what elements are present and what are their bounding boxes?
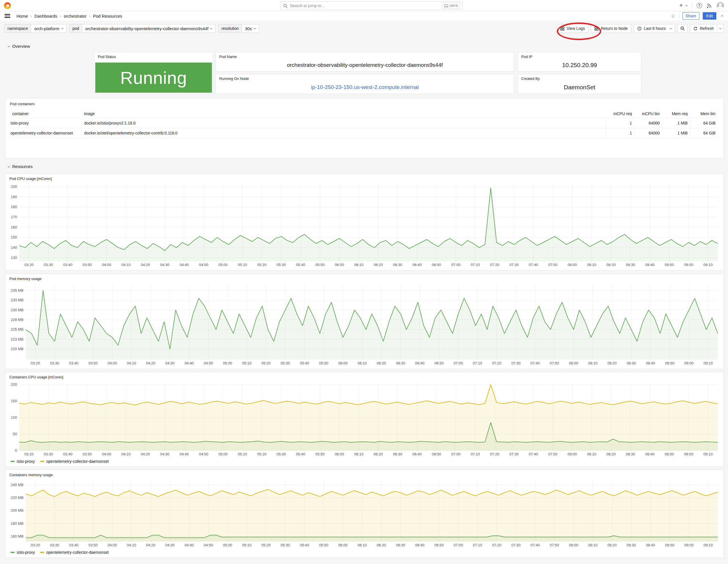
chart-legend: istio-proxyopentelemetry-collector-daemo… [9, 458, 719, 465]
svg-text:07:40: 07:40 [529, 452, 538, 456]
refresh-interval-dropdown[interactable] [717, 24, 724, 33]
svg-text:05:10: 05:10 [238, 263, 247, 267]
svg-text:06:40: 06:40 [415, 361, 425, 365]
user-avatar[interactable] [717, 2, 724, 9]
svg-text:04:00: 04:00 [108, 361, 117, 365]
breadcrumb-item-pod-resources[interactable]: Pod Resources [93, 14, 122, 18]
svg-text:08:10: 08:10 [587, 452, 596, 456]
svg-text:08:30: 08:30 [626, 263, 635, 267]
variable-value-dropdown[interactable]: orchestrator-observability-opentelemetry… [82, 24, 216, 33]
breadcrumb-item-home[interactable]: Home [16, 14, 28, 18]
svg-text:06:50: 06:50 [435, 361, 444, 365]
svg-text:200: 200 [11, 185, 17, 189]
svg-text:03:20: 03:20 [31, 543, 40, 547]
svg-text:05:10: 05:10 [242, 361, 252, 365]
svg-text:07:40: 07:40 [529, 263, 538, 267]
legend-item-opentelemetry-collector-daemonset[interactable]: opentelemetry-collector-daemonset [40, 459, 109, 464]
grafana-logo-icon[interactable] [4, 2, 11, 9]
svg-text:08:00: 08:00 [569, 543, 578, 547]
svg-text:07:00: 07:00 [451, 263, 461, 267]
svg-text:04:30: 04:30 [165, 361, 175, 365]
share-button[interactable]: Share [683, 12, 699, 20]
zoom-out-button[interactable] [678, 24, 687, 33]
edit-button[interactable]: Edit [703, 12, 716, 20]
svg-text:06:00: 06:00 [338, 543, 348, 547]
svg-text:04:30: 04:30 [165, 543, 175, 547]
svg-text:06:10: 06:10 [357, 543, 367, 547]
section-overview[interactable]: Overview [8, 44, 30, 49]
svg-text:07:40: 07:40 [531, 361, 540, 365]
column-header[interactable]: Mem lim [690, 110, 718, 118]
svg-text:07:20: 07:20 [492, 361, 501, 365]
node-link[interactable]: ip-10-250-23-150.us-west-2.compute.inter… [311, 84, 419, 90]
svg-text:06:50: 06:50 [432, 452, 441, 456]
search-input[interactable] [290, 3, 440, 8]
svg-text:07:00: 07:00 [451, 452, 461, 456]
legend-item-istio-proxy[interactable]: istio-proxy [11, 459, 35, 464]
column-header[interactable]: mCPU lim [634, 110, 662, 118]
svg-text:03:40: 03:40 [63, 452, 73, 456]
svg-text:05:30: 05:30 [277, 263, 286, 267]
news-rss-icon[interactable] [707, 3, 712, 8]
dashboard-toolbar: namespaceorch-platformpodorchestrator-ob… [0, 20, 728, 36]
column-header[interactable]: image [82, 110, 606, 118]
collapse-topbar-icon[interactable] [721, 15, 723, 18]
svg-text:08:50: 08:50 [665, 452, 674, 456]
refresh-button[interactable]: Refresh [690, 24, 717, 33]
legend-item-opentelemetry-collector-daemonset[interactable]: opentelemetry-collector-daemonset [40, 550, 109, 555]
breadcrumb-item-dashboards[interactable]: Dashboards [34, 14, 57, 18]
breadcrumb-item-orchestrator[interactable]: orchestrator [64, 14, 86, 18]
svg-text:04:20: 04:20 [141, 452, 150, 456]
svg-text:09:10: 09:10 [704, 543, 713, 547]
search-icon [283, 4, 288, 8]
menu-hamburger-icon[interactable] [5, 14, 10, 18]
help-icon[interactable]: ? [697, 3, 702, 8]
svg-text:03:20: 03:20 [31, 361, 40, 365]
svg-text:03:50: 03:50 [82, 452, 92, 456]
clock-icon [637, 26, 642, 31]
svg-text:180 MB: 180 MB [11, 521, 24, 526]
svg-text:03:30: 03:30 [50, 361, 59, 365]
svg-text:04:00: 04:00 [108, 543, 117, 547]
svg-text:04:20: 04:20 [141, 263, 150, 267]
time-range-picker[interactable]: Last 6 hours [634, 24, 675, 33]
favorite-star-icon[interactable]: ☆ [671, 13, 675, 19]
svg-text:06:30: 06:30 [396, 543, 405, 547]
svg-text:08:00: 08:00 [568, 452, 577, 456]
svg-text:07:30: 07:30 [511, 361, 521, 365]
legend-item-istio-proxy[interactable]: istio-proxy [11, 550, 35, 555]
svg-text:225 MB: 225 MB [11, 327, 24, 331]
svg-text:04:50: 04:50 [204, 361, 213, 365]
svg-text:08:30: 08:30 [627, 361, 636, 365]
view-logs-button[interactable]: View Logs [557, 24, 588, 33]
svg-text:08:10: 08:10 [588, 361, 597, 365]
panel-title: Pod CPU usage [mCores] [9, 177, 719, 181]
svg-text:06:00: 06:00 [338, 361, 348, 365]
svg-text:228 MB: 228 MB [11, 317, 24, 322]
panel-pod-status: Pod Status Running [94, 52, 213, 94]
variable-value-dropdown[interactable]: 30s [242, 24, 259, 33]
section-resources[interactable]: Resources [8, 164, 33, 169]
breadcrumb-separator: › [60, 14, 61, 18]
add-new-button[interactable]: + [679, 2, 687, 9]
column-header[interactable]: container [10, 110, 82, 118]
svg-text:05:00: 05:00 [223, 543, 232, 547]
column-header[interactable]: mCPU req [606, 110, 634, 118]
chart-plot-area: 220 MB223 MB225 MB228 MB230 MB233 MB235 … [9, 282, 719, 367]
svg-text:09:00: 09:00 [684, 263, 693, 267]
table-cell: 1 [606, 118, 634, 128]
variable-value-dropdown[interactable]: orch-platform [31, 24, 66, 33]
panel-pod-cpu-usage: Pod CPU usage [mCores]130140150160170180… [5, 174, 724, 271]
column-header[interactable]: Mem req [662, 110, 690, 118]
svg-text:220 MB: 220 MB [11, 495, 24, 500]
svg-text:08:50: 08:50 [665, 543, 675, 547]
search-box[interactable]: ctrl+k [280, 1, 463, 10]
zoom-out-icon [680, 26, 685, 31]
svg-text:08:40: 08:40 [646, 361, 655, 365]
svg-text:06:20: 06:20 [377, 543, 386, 547]
breadcrumb-separator: › [30, 14, 32, 18]
return-to-node-button[interactable]: Return to Node [591, 24, 631, 33]
pod-containers-table: containerimagemCPU reqmCPU limMem reqMem… [10, 110, 718, 138]
svg-text:04:40: 04:40 [179, 452, 189, 456]
svg-text:04:10: 04:10 [127, 543, 136, 547]
